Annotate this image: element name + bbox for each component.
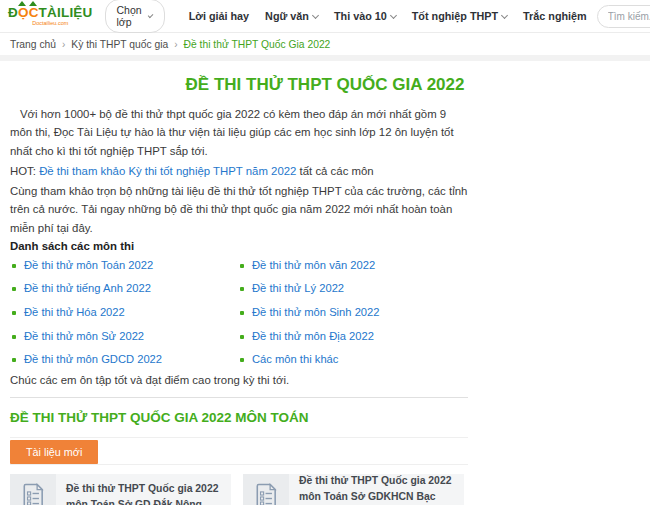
hot-link[interactable]: Đề thi tham khảo Kỳ thi tốt nghiệp THPT … — [39, 165, 296, 177]
subject-link-su[interactable]: Đề thi thử môn Sử 2022 — [24, 329, 144, 345]
bullet-icon — [12, 311, 16, 315]
list-item: Đề thi thử môn văn 2022 — [240, 258, 458, 274]
intro-paragraph: Với hơn 1000+ bộ đề thi thử thpt quốc gi… — [10, 105, 468, 160]
bullet-icon — [240, 358, 244, 362]
subject-link-tieng-anh[interactable]: Đề thi thử tiếng Anh 2022 — [24, 281, 151, 297]
chevron-down-icon — [312, 11, 319, 18]
bullet-icon — [240, 287, 244, 291]
list-item: Các môn thi khác — [240, 352, 458, 368]
bullet-icon — [12, 358, 16, 362]
main-nav: Lời giải hay Ngữ văn Thi vào 10 Tốt nghi… — [189, 10, 587, 22]
page-title: ĐỀ THI THỬ THPT QUỐC GIA 2022 — [10, 75, 640, 95]
nav-item-thi-vao-10[interactable]: Thi vào 10 — [334, 10, 396, 22]
nav-item-tot-nghiep-thpt[interactable]: Tốt nghiệp THPT — [412, 10, 507, 22]
subject-list-heading: Danh sách các môn thi — [10, 240, 468, 252]
document-icon — [10, 474, 56, 505]
nav-label: Trắc nghiệm — [523, 10, 587, 22]
breadcrumb-separator: › — [62, 39, 65, 50]
nav-label: Thi vào 10 — [334, 10, 387, 22]
subject-link-khac[interactable]: Các môn thi khác — [252, 352, 338, 368]
bullet-icon — [240, 264, 244, 268]
main-content: ĐỀ THI THỬ THPT QUỐC GIA 2022 Với hơn 10… — [0, 61, 650, 505]
nav-label: Tốt nghiệp THPT — [412, 10, 498, 22]
second-paragraph: Cùng tham khảo trọn bộ những tài liệu đề… — [10, 182, 468, 237]
document-card-dak-nong[interactable]: Đề thi thử THPT Quốc gia 2022 môn Toán S… — [10, 474, 231, 505]
closing-text: Chúc các em ôn tập tốt và đạt điểm cao t… — [10, 374, 468, 386]
logo-owl-eyes: ỌC — [18, 5, 39, 20]
list-item: Đề thi thử môn GDCD 2022 — [12, 352, 240, 368]
subject-link-van[interactable]: Đề thi thử môn văn 2022 — [252, 258, 375, 274]
class-selector-label: Chọn lớp — [117, 4, 144, 28]
chevron-down-icon — [390, 11, 397, 18]
hot-label: HOT: — [10, 165, 39, 177]
document-tabbar: Tài liệu mới — [10, 437, 468, 465]
hot-tail: tất cả các môn — [296, 165, 373, 177]
list-item: Đề thi thử môn Địa 2022 — [240, 329, 458, 345]
section-title: ĐỀ THI THỬ THPT QUỐC GIA 2022 MÔN TOÁN — [10, 410, 468, 425]
list-item: Đề thi thử môn Toán 2022 — [12, 258, 240, 274]
site-logo[interactable]: ĐỌCTÀILIỆU Doctailieu.com — [8, 6, 93, 26]
site-logo-text: ĐỌCTÀILIỆU — [8, 6, 93, 20]
subject-link-list: Đề thi thử môn Toán 2022 Đề thi thử môn … — [12, 258, 468, 368]
nav-item-trac-nghiem[interactable]: Trắc nghiệm — [523, 10, 587, 22]
content-column: Với hơn 1000+ bộ đề thi thử thpt quốc gi… — [10, 105, 468, 505]
subject-link-gdcd[interactable]: Đề thi thử môn GDCD 2022 — [24, 352, 162, 368]
bullet-icon — [12, 335, 16, 339]
nav-label: Ngữ văn — [265, 10, 309, 22]
bullet-icon — [12, 287, 16, 291]
list-item: Đề thi thử tiếng Anh 2022 — [12, 281, 240, 297]
top-header: ĐỌCTÀILIỆU Doctailieu.com Chọn lớp Lời g… — [0, 0, 650, 33]
logo-part-d: Đ — [8, 5, 18, 20]
document-card-title: Đề thi thử THPT Quốc gia 2022 môn Toán S… — [289, 474, 464, 505]
breadcrumb: Trang chủ › Kỳ thi THPT quốc gia › Đề th… — [0, 33, 650, 55]
bullet-icon — [240, 311, 244, 315]
chevron-down-icon — [148, 12, 154, 18]
tab-tai-lieu-moi[interactable]: Tài liệu mới — [10, 440, 98, 464]
subject-link-ly[interactable]: Đề thi thử Lý 2022 — [252, 281, 344, 297]
chevron-down-icon — [501, 11, 508, 18]
search-box[interactable] — [597, 5, 650, 28]
subject-link-toan[interactable]: Đề thi thử môn Toán 2022 — [24, 258, 153, 274]
breadcrumb-separator: › — [174, 39, 177, 50]
class-selector-dropdown[interactable]: Chọn lớp — [105, 0, 165, 33]
list-item: Đề thi thử môn Sử 2022 — [12, 329, 240, 345]
document-icon — [243, 474, 289, 505]
hot-paragraph: HOT: Đề thi tham khảo Kỳ thi tốt nghiệp … — [10, 162, 468, 180]
subject-link-hoa[interactable]: Đề thi thử Hóa 2022 — [24, 305, 125, 321]
nav-label: Lời giải hay — [189, 10, 249, 22]
breadcrumb-ky-thi-thpt[interactable]: Kỳ thi THPT quốc gia — [71, 39, 168, 50]
document-card-grid: Đề thi thử THPT Quốc gia 2022 môn Toán S… — [10, 474, 468, 505]
nav-item-loi-giai-hay[interactable]: Lời giải hay — [189, 10, 249, 22]
list-item: Đề thi thử Hóa 2022 — [12, 305, 240, 321]
breadcrumb-current-page: Đề thi thử THPT Quốc Gia 2022 — [184, 39, 331, 50]
logo-part-tailieu: TÀILIỆU — [39, 5, 93, 20]
list-item: Đề thi thử Lý 2022 — [240, 281, 458, 297]
document-card-bac-lieu[interactable]: Đề thi thử THPT Quốc gia 2022 môn Toán S… — [243, 474, 464, 505]
search-input[interactable] — [608, 11, 650, 22]
subject-link-sinh[interactable]: Đề thi thử môn Sinh 2022 — [252, 305, 380, 321]
document-card-title: Đề thi thử THPT Quốc gia 2022 môn Toán S… — [56, 474, 231, 505]
nav-item-ngu-van[interactable]: Ngữ văn — [265, 10, 318, 22]
horizontal-divider — [10, 397, 468, 398]
list-item: Đề thi thử môn Sinh 2022 — [240, 305, 458, 321]
subject-link-dia[interactable]: Đề thi thử môn Địa 2022 — [252, 329, 374, 345]
site-logo-subtext: Doctailieu.com — [32, 21, 68, 27]
breadcrumb-home[interactable]: Trang chủ — [10, 39, 56, 50]
bullet-icon — [240, 335, 244, 339]
bullet-icon — [12, 264, 16, 268]
